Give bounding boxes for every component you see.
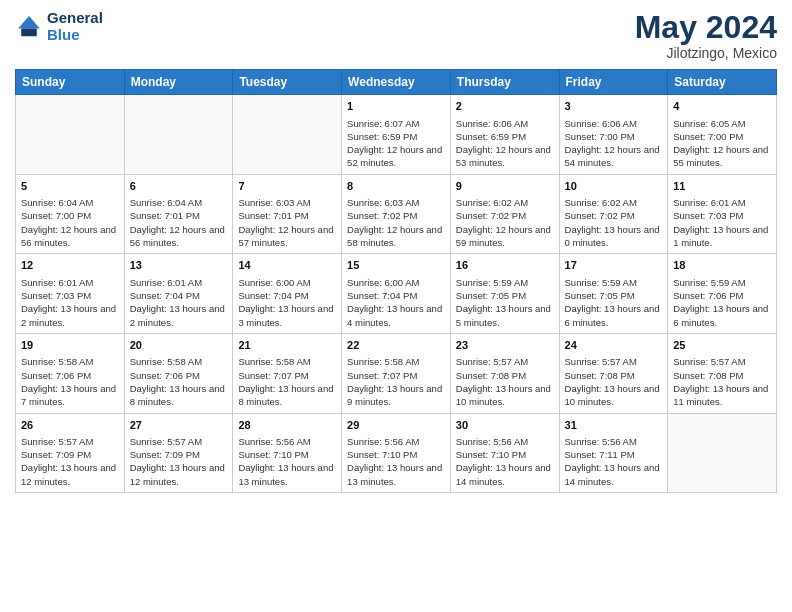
- weekday-header-thursday: Thursday: [450, 70, 559, 95]
- day-number: 24: [565, 338, 663, 353]
- day-info: Sunrise: 5:58 AM Sunset: 7:06 PM Dayligh…: [130, 355, 228, 408]
- day-info: Sunrise: 5:56 AM Sunset: 7:11 PM Dayligh…: [565, 435, 663, 488]
- calendar-cell: 10Sunrise: 6:02 AM Sunset: 7:02 PM Dayli…: [559, 174, 668, 254]
- day-number: 26: [21, 418, 119, 433]
- week-row-5: 26Sunrise: 5:57 AM Sunset: 7:09 PM Dayli…: [16, 413, 777, 493]
- day-info: Sunrise: 5:59 AM Sunset: 7:06 PM Dayligh…: [673, 276, 771, 329]
- day-number: 31: [565, 418, 663, 433]
- svg-marker-0: [18, 16, 40, 28]
- calendar-cell: 21Sunrise: 5:58 AM Sunset: 7:07 PM Dayli…: [233, 333, 342, 413]
- day-info: Sunrise: 5:57 AM Sunset: 7:08 PM Dayligh…: [456, 355, 554, 408]
- header: General Blue May 2024 Jilotzingo, Mexico: [15, 10, 777, 61]
- day-info: Sunrise: 6:00 AM Sunset: 7:04 PM Dayligh…: [347, 276, 445, 329]
- day-info: Sunrise: 5:59 AM Sunset: 7:05 PM Dayligh…: [456, 276, 554, 329]
- day-info: Sunrise: 6:01 AM Sunset: 7:03 PM Dayligh…: [21, 276, 119, 329]
- day-info: Sunrise: 6:02 AM Sunset: 7:02 PM Dayligh…: [456, 196, 554, 249]
- calendar-cell: 17Sunrise: 5:59 AM Sunset: 7:05 PM Dayli…: [559, 254, 668, 334]
- weekday-header-tuesday: Tuesday: [233, 70, 342, 95]
- logo: General Blue: [15, 10, 103, 43]
- day-number: 2: [456, 99, 554, 114]
- day-number: 23: [456, 338, 554, 353]
- day-info: Sunrise: 5:58 AM Sunset: 7:07 PM Dayligh…: [347, 355, 445, 408]
- day-number: 25: [673, 338, 771, 353]
- calendar: SundayMondayTuesdayWednesdayThursdayFrid…: [15, 69, 777, 493]
- day-info: Sunrise: 5:58 AM Sunset: 7:06 PM Dayligh…: [21, 355, 119, 408]
- calendar-cell: 6Sunrise: 6:04 AM Sunset: 7:01 PM Daylig…: [124, 174, 233, 254]
- calendar-cell: 26Sunrise: 5:57 AM Sunset: 7:09 PM Dayli…: [16, 413, 125, 493]
- calendar-cell: 13Sunrise: 6:01 AM Sunset: 7:04 PM Dayli…: [124, 254, 233, 334]
- week-row-2: 5Sunrise: 6:04 AM Sunset: 7:00 PM Daylig…: [16, 174, 777, 254]
- day-number: 9: [456, 179, 554, 194]
- calendar-cell: 19Sunrise: 5:58 AM Sunset: 7:06 PM Dayli…: [16, 333, 125, 413]
- day-number: 10: [565, 179, 663, 194]
- day-number: 12: [21, 258, 119, 273]
- weekday-header-sunday: Sunday: [16, 70, 125, 95]
- day-number: 16: [456, 258, 554, 273]
- day-number: 18: [673, 258, 771, 273]
- calendar-cell: 22Sunrise: 5:58 AM Sunset: 7:07 PM Dayli…: [342, 333, 451, 413]
- day-number: 11: [673, 179, 771, 194]
- calendar-cell: 29Sunrise: 5:56 AM Sunset: 7:10 PM Dayli…: [342, 413, 451, 493]
- logo-icon: [15, 13, 43, 41]
- calendar-cell: 28Sunrise: 5:56 AM Sunset: 7:10 PM Dayli…: [233, 413, 342, 493]
- day-number: 20: [130, 338, 228, 353]
- day-info: Sunrise: 5:56 AM Sunset: 7:10 PM Dayligh…: [347, 435, 445, 488]
- weekday-header-friday: Friday: [559, 70, 668, 95]
- day-number: 15: [347, 258, 445, 273]
- calendar-cell: 4Sunrise: 6:05 AM Sunset: 7:00 PM Daylig…: [668, 95, 777, 175]
- week-row-4: 19Sunrise: 5:58 AM Sunset: 7:06 PM Dayli…: [16, 333, 777, 413]
- calendar-cell: 9Sunrise: 6:02 AM Sunset: 7:02 PM Daylig…: [450, 174, 559, 254]
- calendar-cell: [668, 413, 777, 493]
- day-info: Sunrise: 6:05 AM Sunset: 7:00 PM Dayligh…: [673, 117, 771, 170]
- calendar-cell: 12Sunrise: 6:01 AM Sunset: 7:03 PM Dayli…: [16, 254, 125, 334]
- day-info: Sunrise: 5:57 AM Sunset: 7:09 PM Dayligh…: [130, 435, 228, 488]
- weekday-header-row: SundayMondayTuesdayWednesdayThursdayFrid…: [16, 70, 777, 95]
- calendar-cell: 25Sunrise: 5:57 AM Sunset: 7:08 PM Dayli…: [668, 333, 777, 413]
- location: Jilotzingo, Mexico: [635, 45, 777, 61]
- weekday-header-monday: Monday: [124, 70, 233, 95]
- day-number: 4: [673, 99, 771, 114]
- day-info: Sunrise: 6:04 AM Sunset: 7:00 PM Dayligh…: [21, 196, 119, 249]
- calendar-cell: 11Sunrise: 6:01 AM Sunset: 7:03 PM Dayli…: [668, 174, 777, 254]
- day-info: Sunrise: 6:03 AM Sunset: 7:02 PM Dayligh…: [347, 196, 445, 249]
- day-info: Sunrise: 6:00 AM Sunset: 7:04 PM Dayligh…: [238, 276, 336, 329]
- day-number: 7: [238, 179, 336, 194]
- calendar-cell: 7Sunrise: 6:03 AM Sunset: 7:01 PM Daylig…: [233, 174, 342, 254]
- calendar-cell: 20Sunrise: 5:58 AM Sunset: 7:06 PM Dayli…: [124, 333, 233, 413]
- day-info: Sunrise: 5:57 AM Sunset: 7:08 PM Dayligh…: [673, 355, 771, 408]
- calendar-cell: 30Sunrise: 5:56 AM Sunset: 7:10 PM Dayli…: [450, 413, 559, 493]
- day-info: Sunrise: 6:01 AM Sunset: 7:03 PM Dayligh…: [673, 196, 771, 249]
- day-number: 22: [347, 338, 445, 353]
- title-block: May 2024 Jilotzingo, Mexico: [635, 10, 777, 61]
- svg-rect-1: [21, 28, 37, 36]
- week-row-1: 1Sunrise: 6:07 AM Sunset: 6:59 PM Daylig…: [16, 95, 777, 175]
- day-info: Sunrise: 6:06 AM Sunset: 6:59 PM Dayligh…: [456, 117, 554, 170]
- calendar-cell: 15Sunrise: 6:00 AM Sunset: 7:04 PM Dayli…: [342, 254, 451, 334]
- day-number: 30: [456, 418, 554, 433]
- calendar-cell: 3Sunrise: 6:06 AM Sunset: 7:00 PM Daylig…: [559, 95, 668, 175]
- day-number: 21: [238, 338, 336, 353]
- calendar-cell: [124, 95, 233, 175]
- logo-text: General Blue: [47, 10, 103, 43]
- day-info: Sunrise: 5:56 AM Sunset: 7:10 PM Dayligh…: [238, 435, 336, 488]
- day-number: 6: [130, 179, 228, 194]
- calendar-cell: 27Sunrise: 5:57 AM Sunset: 7:09 PM Dayli…: [124, 413, 233, 493]
- day-number: 8: [347, 179, 445, 194]
- month-year: May 2024: [635, 10, 777, 45]
- day-info: Sunrise: 6:04 AM Sunset: 7:01 PM Dayligh…: [130, 196, 228, 249]
- day-info: Sunrise: 5:57 AM Sunset: 7:08 PM Dayligh…: [565, 355, 663, 408]
- day-number: 5: [21, 179, 119, 194]
- calendar-cell: 1Sunrise: 6:07 AM Sunset: 6:59 PM Daylig…: [342, 95, 451, 175]
- day-number: 29: [347, 418, 445, 433]
- day-info: Sunrise: 6:03 AM Sunset: 7:01 PM Dayligh…: [238, 196, 336, 249]
- weekday-header-saturday: Saturday: [668, 70, 777, 95]
- day-number: 27: [130, 418, 228, 433]
- calendar-cell: 31Sunrise: 5:56 AM Sunset: 7:11 PM Dayli…: [559, 413, 668, 493]
- day-number: 13: [130, 258, 228, 273]
- day-info: Sunrise: 6:01 AM Sunset: 7:04 PM Dayligh…: [130, 276, 228, 329]
- calendar-cell: 5Sunrise: 6:04 AM Sunset: 7:00 PM Daylig…: [16, 174, 125, 254]
- day-number: 1: [347, 99, 445, 114]
- day-info: Sunrise: 5:59 AM Sunset: 7:05 PM Dayligh…: [565, 276, 663, 329]
- calendar-cell: 8Sunrise: 6:03 AM Sunset: 7:02 PM Daylig…: [342, 174, 451, 254]
- day-number: 19: [21, 338, 119, 353]
